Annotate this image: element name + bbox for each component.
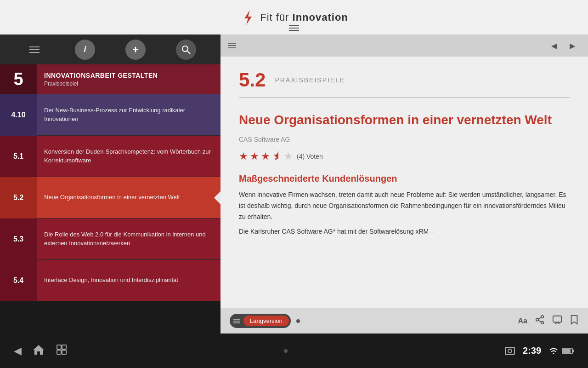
svg-point-1 [182,46,188,52]
content-menu-icon[interactable] [228,43,236,48]
sidebar-item-number: 5.3 [0,218,37,260]
sidebar-item-text: Die Rolle des Web 2.0 für die Kommunikat… [37,227,220,251]
star-2: ★ [250,150,259,162]
sidebar-item-text: Interface Design, Innovation und Interdi… [37,272,220,288]
content-toolbar-right: ◀ ▶ [546,37,581,54]
content-toolbar-left [228,43,236,48]
active-arrow-indicator [214,191,220,204]
svg-rect-13 [62,350,66,354]
toggle-label: Langversion [243,316,289,326]
app-title: Fit für Innovation [260,12,348,23]
star-rating: ★ ★ ★ ⯨ ★ [239,150,293,162]
bottom-bar: ◀ 2:39 [0,334,588,368]
comment-icon [552,315,562,325]
bottom-right-status: 2:39 [504,345,574,356]
star-5-empty: ★ [284,150,293,162]
svg-rect-10 [57,345,61,349]
content-section-number: 5.2 [239,70,266,90]
star-3: ★ [261,150,270,162]
star-1: ★ [239,150,248,162]
next-button[interactable]: ▶ [564,37,581,54]
sidebar-item-number: 5.4 [0,260,37,301]
sidebar-item-5-3[interactable]: 5.3 Die Rolle des Web 2.0 für die Kommun… [0,218,220,260]
main-layout: i + 5 INNOVATIONSARBEIT GESTALTEN Praxis… [0,34,588,334]
bottom-center-indicator [284,349,288,353]
svg-rect-8 [553,316,561,322]
content-bottom-right: Aa [518,315,579,327]
content-body: 5.2 PRAXISBEISPIELE Neue Organisationsfo… [220,57,588,308]
bookmark-button[interactable] [570,315,579,327]
content-author: CAS Software AG [239,136,570,143]
svg-line-6 [538,317,541,319]
sidebar-toolbar: i + [0,34,220,64]
dot-indicator [296,319,300,323]
sidebar-item-number: 5.2 [0,177,37,218]
info-button[interactable]: i [75,40,95,60]
prev-button[interactable]: ◀ [546,37,562,54]
top-menu-lines[interactable] [289,25,299,31]
system-icons [504,345,515,356]
sidebar-item-text: Konversion der Duden-Sprachkompetenz: vo… [37,144,220,168]
time-display: 2:39 [523,345,541,356]
svg-rect-17 [563,349,571,353]
wifi-icon [548,346,559,356]
star-4-half: ⯨ [272,150,282,162]
page-dot [284,349,288,353]
back-button[interactable]: ◀ [14,345,22,357]
battery-icon [562,347,574,355]
content-section-header: 5.2 PRAXISBEISPIELE [239,70,570,98]
menu-button[interactable] [24,40,45,60]
bookmark-icon [570,315,579,325]
content-body-text-2: Die Karlsruher CAS Software AG* hat mit … [239,226,570,237]
svg-point-15 [508,349,512,353]
sidebar-item-number: 4.10 [0,94,37,136]
recent-apps-icon [56,344,68,356]
sidebar-item-5-2[interactable]: 5.2 Neue Organisationsformen in einer ve… [0,177,220,218]
recent-apps-button[interactable] [56,344,68,358]
comment-button[interactable] [552,315,562,327]
screenshot-icon [504,345,515,356]
langversion-toggle[interactable]: Langversion [230,314,291,328]
content-subsection-title: Maßgeschneiderte Kundenlösungen [239,173,570,184]
font-size-button[interactable]: Aa [518,317,527,325]
logo-area: Fit für Innovation [240,9,348,26]
active-section-subtitle: Praxisbeispiel [44,80,213,87]
svg-rect-14 [505,347,514,355]
share-button[interactable] [535,315,545,327]
svg-marker-9 [33,345,44,355]
top-bar: Fit für Innovation [0,0,588,34]
svg-line-7 [538,320,541,322]
status-icons [548,346,574,356]
rating-area: ★ ★ ★ ⯨ ★ (4) Voten [239,150,570,162]
content-section-label: PRAXISBEISPIELE [275,76,345,84]
content-toolbar: ◀ ▶ [220,34,588,57]
content-bottom-bar: Langversion Aa [220,308,588,334]
content-panel: ◀ ▶ 5.2 PRAXISBEISPIELE Neue Organisatio… [220,34,588,334]
content-main-title: Neue Organisationsformen in einer vernet… [239,112,570,128]
svg-marker-0 [244,10,252,25]
home-button[interactable] [33,344,45,358]
sidebar-item-4-10[interactable]: 4.10 Der New-Business-Prozess zur Entwic… [0,94,220,136]
toggle-lines-icon [233,319,240,323]
share-icon [535,315,545,325]
rating-count: (4) Voten [297,153,323,160]
content-body-text-1: Wenn innovative Firmen wachsen, treten d… [239,190,570,222]
sidebar-item-5-1[interactable]: 5.1 Konversion der Duden-Sprachkompetenz… [0,136,220,177]
svg-line-2 [187,51,190,54]
sidebar-item-5-4[interactable]: 5.4 Interface Design, Innovation und Int… [0,260,220,301]
lightning-icon [240,9,256,26]
search-icon [181,45,191,54]
add-button[interactable]: + [125,40,146,60]
active-section-number: 5 [0,64,37,94]
sidebar: i + 5 INNOVATIONSARBEIT GESTALTEN Praxis… [0,34,220,334]
sidebar-item-text: Der New-Business-Prozess zur Entwicklung… [37,103,220,126]
content-bottom-left: Langversion [230,314,300,328]
svg-rect-11 [62,345,66,349]
search-button[interactable] [176,40,196,60]
active-section-info: INNOVATIONSARBEIT GESTALTEN Praxisbeispi… [37,68,220,91]
bottom-left-nav: ◀ [14,344,68,358]
svg-rect-18 [572,350,574,352]
sidebar-item-number: 5.1 [0,136,37,177]
active-section-title: INNOVATIONSARBEIT GESTALTEN [44,72,213,79]
svg-rect-12 [57,350,61,354]
